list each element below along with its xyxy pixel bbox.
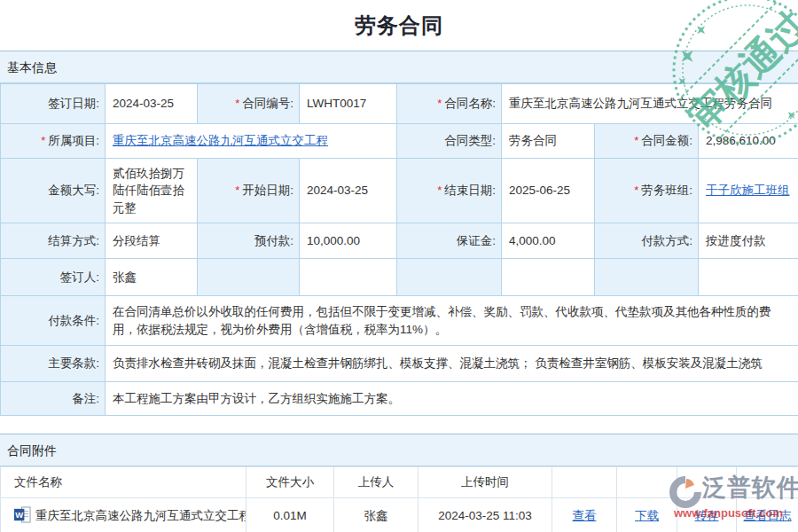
word-file-icon: W: [14, 506, 31, 526]
field-value-signer: 张鑫: [106, 259, 198, 296]
basic-info-table: 签订日期: 2024-03-25 *合同编号: LWHT0017 *合同名称: …: [0, 83, 798, 416]
field-value-labor-team: 于子欣施工班组: [699, 159, 798, 223]
attachments-table: 文件名称 文件大小 上传人 上传时间 W 重庆至北: [0, 466, 798, 532]
field-value-amount-caps: 贰佰玖拾捌万陆仟陆佰壹拾元整: [106, 159, 198, 223]
label-text: 保证金:: [457, 234, 496, 247]
label-text: 合同类型:: [444, 134, 496, 147]
field-label-contract-type: 合同类型:: [397, 124, 502, 159]
section-attachments: 合同附件: [0, 434, 798, 466]
field-value-main-terms: 负责排水检查井砖砌及抹面，混凝土检查井钢筋绑扎、模板支撑、混凝土浇筑； 负责检查…: [106, 346, 798, 382]
field-label-signer: 签订人:: [1, 259, 106, 296]
field-value-advance: 10,000.00: [300, 223, 397, 259]
attachment-upload-time: 2024-03-25 11:03: [419, 498, 552, 532]
labor-team-link[interactable]: 于子欣施工班组: [706, 184, 790, 197]
section-basic-info: 基本信息: [0, 51, 798, 83]
attachment-row: W 重庆至北京高速公路九河互通式立交工程 0.01M 张鑫 2024-03-25…: [1, 498, 798, 532]
col-header-empty: [552, 467, 617, 498]
field-label-pay-method: 付款方式:: [595, 223, 699, 259]
field-value-pay-method: 按进度付款: [699, 223, 798, 259]
table-row: 金额大写: 贰佰玖拾捌万陆仟陆佰壹拾元整 *开始日期: 2024-03-25 *…: [1, 159, 798, 223]
field-label-start-date: *开始日期:: [198, 159, 300, 223]
field-value-end-date: 2025-06-25: [502, 159, 595, 223]
field-label-settle-method: 结算方式:: [1, 223, 106, 259]
table-row: 签订日期: 2024-03-25 *合同编号: LWHT0017 *合同名称: …: [1, 84, 798, 124]
save-copy-link[interactable]: 转存: [695, 509, 719, 522]
field-value-contract-no: LWHT0017: [300, 84, 397, 124]
label-text: 开始日期:: [242, 184, 293, 197]
field-value-settle-method: 分段结算: [106, 223, 198, 259]
required-mark: *: [235, 184, 239, 197]
attachment-file-size: 0.01M: [246, 498, 334, 532]
field-label-contract-no: *合同编号:: [198, 84, 300, 124]
attachment-action-cell: 下载: [617, 498, 677, 532]
empty-value-cell: [300, 259, 397, 296]
label-text: 付款方式:: [641, 234, 692, 247]
field-value-sign-date: 2024-03-25: [106, 84, 198, 124]
field-value-remark: 本工程施工方案由甲方设计，乙方组织实施施工方案。: [106, 382, 798, 416]
label-text: 合同编号:: [242, 97, 293, 110]
view-link[interactable]: 查看: [573, 509, 597, 522]
required-mark: *: [634, 184, 638, 197]
table-row: *所属项目: 重庆至北京高速公路九河互通式立交工程 合同类型: 劳务合同 *合同…: [1, 124, 798, 159]
field-value-project: 重庆至北京高速公路九河互通式立交工程: [106, 124, 397, 159]
label-text: 预付款:: [254, 234, 293, 247]
field-value-deposit: 4,000.00: [502, 223, 595, 259]
field-label-remark: 备注:: [1, 382, 106, 416]
empty-value-cell: [502, 259, 595, 296]
attachment-uploader: 张鑫: [334, 498, 419, 532]
required-mark: *: [41, 134, 45, 147]
field-value-contract-type: 劳务合同: [502, 124, 595, 159]
empty-value-cell: [699, 259, 798, 296]
field-label-main-terms: 主要条款:: [1, 346, 106, 382]
attachment-file-name: 重庆至北京高速公路九河互通式立交工程: [35, 508, 246, 524]
col-header-file-name: 文件名称: [1, 467, 246, 498]
field-label-amount-caps: 金额大写:: [1, 159, 106, 223]
page-title: 劳务合同: [0, 0, 798, 51]
field-label-pay-terms: 付款条件:: [1, 296, 106, 346]
view-log-link[interactable]: 查看日志: [744, 509, 792, 522]
col-header-file-size: 文件大小: [246, 467, 334, 498]
download-link[interactable]: 下载: [635, 509, 659, 522]
svg-text:W: W: [15, 510, 23, 520]
required-mark: *: [437, 184, 442, 197]
label-text: 主要条款:: [48, 356, 99, 370]
field-label-advance: 预付款:: [198, 223, 300, 259]
field-label-deposit: 保证金:: [397, 223, 502, 259]
table-row: 主要条款: 负责排水检查井砖砌及抹面，混凝土检查井钢筋绑扎、模板支撑、混凝土浇筑…: [1, 346, 798, 382]
table-row: 备注: 本工程施工方案由甲方设计，乙方组织实施施工方案。: [1, 382, 798, 416]
table-row: 付款条件: 在合同清单总价以外收取的任何费用，包括但不限于变更增减、补偿、奖励、…: [1, 296, 798, 346]
field-value-amount: 2,986,610.00: [699, 124, 798, 159]
attachment-action-cell: 查看日志: [737, 498, 798, 532]
empty-label-cell: [397, 259, 502, 296]
field-label-end-date: *结束日期:: [397, 159, 502, 223]
project-link[interactable]: 重庆至北京高速公路九河互通式立交工程: [113, 134, 328, 147]
label-text: 合同金额:: [641, 134, 692, 147]
col-header-empty: [677, 467, 737, 498]
required-mark: *: [437, 97, 442, 110]
col-header-empty: [617, 467, 677, 498]
field-label-project: *所属项目:: [1, 124, 106, 159]
attachments-header-row: 文件名称 文件大小 上传人 上传时间: [1, 467, 798, 498]
table-row: 结算方式: 分段结算 预付款: 10,000.00 保证金: 4,000.00 …: [1, 223, 798, 259]
field-label-labor-team: *劳务班组:: [595, 159, 699, 223]
label-text: 合同名称:: [444, 97, 496, 110]
label-text: 结算方式:: [48, 234, 99, 247]
attachment-action-cell: 转存: [677, 498, 737, 532]
label-text: 劳务班组:: [641, 184, 692, 197]
col-header-empty: [737, 467, 798, 498]
field-label-sign-date: 签订日期:: [1, 84, 106, 124]
empty-label-cell: [198, 259, 300, 296]
field-label-amount: *合同金额:: [595, 124, 699, 159]
col-header-upload-time: 上传时间: [419, 467, 552, 498]
label-text: 结束日期:: [444, 184, 496, 197]
label-text: 备注:: [72, 392, 99, 405]
col-header-uploader: 上传人: [334, 467, 419, 498]
field-label-contract-name: *合同名称:: [397, 84, 502, 124]
required-mark: *: [634, 134, 638, 147]
table-row: 签订人: 张鑫: [1, 259, 798, 296]
field-value-pay-terms: 在合同清单总价以外收取的任何费用，包括但不限于变更增减、补偿、奖励、罚款、代收款…: [106, 296, 798, 346]
label-text: 付款条件:: [48, 314, 99, 327]
label-text: 所属项目:: [48, 134, 99, 147]
label-text: 金额大写:: [48, 184, 99, 197]
attachment-action-cell: 查看: [552, 498, 617, 532]
